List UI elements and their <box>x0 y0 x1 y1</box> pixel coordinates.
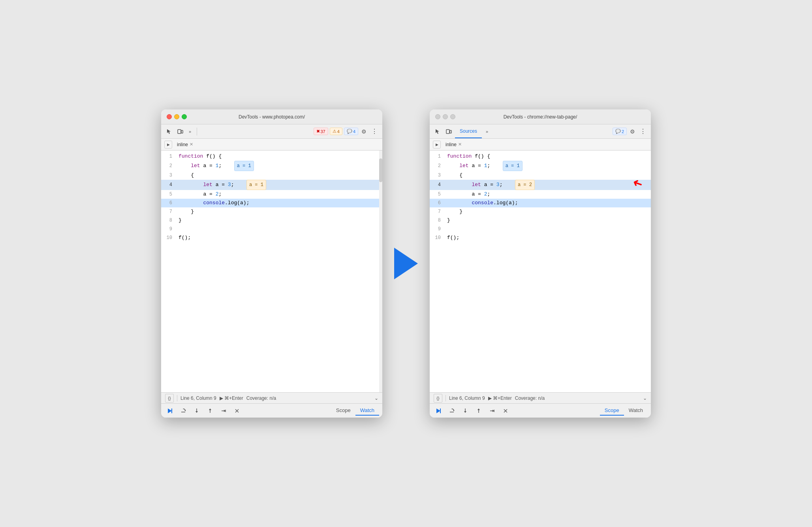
left-file-tab-close[interactable]: ✕ <box>190 142 193 147</box>
right-step-into-button[interactable] <box>460 405 471 416</box>
right-debug-toolbar: Scope Watch <box>430 403 651 418</box>
right-line-num-8: 8 <box>430 216 445 225</box>
right-run-snippet-button[interactable]: ▶ <box>433 141 441 149</box>
left-scope-tab[interactable]: Scope <box>331 406 355 416</box>
left-line-content-5: a = 2; <box>177 190 382 199</box>
step-out-button[interactable] <box>205 405 216 416</box>
left-devtools-toolbar: » ✖ 37 ⚠ 4 💬 4 ⚙ ⋮ <box>161 124 382 139</box>
right-status-chevron[interactable]: ⌄ <box>643 395 647 401</box>
right-line-content-7: } <box>445 207 651 216</box>
right-format-button[interactable]: {} <box>434 394 442 403</box>
warning-badge[interactable]: ⚠ 4 <box>330 128 342 135</box>
right-step-button[interactable] <box>487 405 498 416</box>
right-close-button[interactable] <box>435 114 440 119</box>
more-options-icon[interactable]: ⋮ <box>370 126 379 137</box>
right-debug-tab-group: Scope Watch <box>600 406 648 416</box>
error-badge[interactable]: ✖ 37 <box>314 128 328 135</box>
right-file-tab-close[interactable]: ✕ <box>458 142 462 147</box>
left-line-content-1: function f() { <box>177 152 382 161</box>
svg-marker-19 <box>453 410 455 411</box>
right-devtools-toolbar: Sources » 💬 2 ⚙ ⋮ <box>430 124 651 139</box>
left-scrollbar-thumb[interactable] <box>379 158 382 182</box>
format-button[interactable]: {} <box>165 394 174 403</box>
right-line-content-5: a = 2; <box>445 190 651 199</box>
right-line-1: 1 function f() { <box>430 152 651 161</box>
left-code-area-wrapper: 1 function f() { 2 let a = 1; a = 1 3 { <box>161 151 382 392</box>
page-container: DevTools - www.photopea.com/ » ✖ 37 <box>161 109 651 418</box>
status-chevron[interactable]: ⌄ <box>374 395 378 401</box>
right-line-num-1: 1 <box>430 152 445 161</box>
minimize-button[interactable] <box>174 114 179 119</box>
right-line-7: 7 } <box>430 207 651 216</box>
right-messages-icon: 💬 <box>615 129 621 134</box>
warning-icon: ⚠ <box>333 129 336 134</box>
left-line-8: 8 } <box>161 216 382 225</box>
left-line-content-2: let a = 1; a = 1 <box>177 161 382 171</box>
left-line-num-7: 7 <box>161 207 177 216</box>
left-code-editor[interactable]: 1 function f() { 2 let a = 1; a = 1 3 { <box>161 151 382 392</box>
device-icon[interactable] <box>175 127 185 136</box>
right-window-title: DevTools - chrome://new-tab-page/ <box>504 114 577 120</box>
right-resume-button[interactable] <box>433 405 444 416</box>
left-line-content-3: { <box>177 171 382 180</box>
right-status-bar: {} Line 6, Column 9 ▶ ⌘+Enter Coverage: … <box>430 392 651 403</box>
right-line-2: 2 let a = 1; a = 1 <box>430 161 651 171</box>
deactivate-button[interactable] <box>231 405 242 416</box>
resume-button[interactable] <box>164 405 175 416</box>
toolbar-badges: ✖ 37 ⚠ 4 💬 4 <box>314 128 359 135</box>
right-deactivate-button[interactable] <box>500 405 511 416</box>
right-maximize-button[interactable] <box>450 114 455 119</box>
right-line-num-10: 10 <box>430 233 445 242</box>
right-file-tab-inline[interactable]: inline ✕ <box>442 141 465 148</box>
left-code-lines: 1 function f() { 2 let a = 1; a = 1 3 { <box>161 151 382 244</box>
left-window-title: DevTools - www.photopea.com/ <box>239 114 305 120</box>
right-code-editor[interactable]: 1 function f() { 2 let a = 1; a = 1 3 { <box>430 151 651 392</box>
svg-rect-3 <box>171 408 172 413</box>
right-device-icon[interactable] <box>444 127 453 136</box>
left-line-10: 10 f(); <box>161 233 382 242</box>
info-badge[interactable]: 💬 4 <box>344 128 358 135</box>
svg-marker-2 <box>168 408 172 413</box>
left-line-content-10: f(); <box>177 233 382 242</box>
right-line-num-6: 6 <box>430 199 445 207</box>
run-snippet-button[interactable]: ▶ <box>164 141 172 149</box>
right-step-over-button[interactable] <box>446 405 457 416</box>
left-file-tab-inline[interactable]: inline ✕ <box>174 141 196 148</box>
left-file-tab-bar: ▶ inline ✕ <box>161 139 382 151</box>
right-toolbar-badges: 💬 2 <box>613 128 627 135</box>
left-scrollbar-track[interactable] <box>379 151 382 392</box>
left-line-num-9: 9 <box>161 225 177 233</box>
right-scope-tab[interactable]: Scope <box>600 406 624 416</box>
maximize-button[interactable] <box>182 114 187 119</box>
right-traffic-lights <box>435 114 455 119</box>
toolbar-separator-1 <box>197 128 197 136</box>
traffic-lights <box>167 114 187 119</box>
right-file-tab-label: inline <box>445 142 457 147</box>
left-line-num-2: 2 <box>161 161 177 171</box>
right-messages-badge[interactable]: 💬 2 <box>613 128 627 135</box>
left-line-content-7: } <box>177 207 382 216</box>
step-button[interactable] <box>218 405 229 416</box>
left-line-content-4: let a = 3; a = 1 <box>177 180 382 190</box>
right-step-out-button[interactable] <box>473 405 484 416</box>
step-over-button[interactable] <box>178 405 189 416</box>
right-settings-icon[interactable]: ⚙ <box>628 127 637 136</box>
svg-rect-15 <box>446 130 449 134</box>
right-cursor-icon[interactable] <box>433 127 442 136</box>
left-watch-tab[interactable]: Watch <box>355 406 379 416</box>
right-messages-count: 2 <box>622 129 624 134</box>
right-watch-tab[interactable]: Watch <box>624 406 648 416</box>
right-sources-tab[interactable]: Sources <box>455 124 482 138</box>
left-run-hint: ▶ ⌘+Enter <box>220 395 243 401</box>
settings-icon[interactable]: ⚙ <box>360 127 368 136</box>
right-more-options-icon[interactable]: ⋮ <box>638 126 648 137</box>
status-sep-1 <box>177 395 177 401</box>
close-button[interactable] <box>167 114 172 119</box>
svg-marker-22 <box>464 411 466 413</box>
more-tabs-button[interactable]: » <box>186 128 194 135</box>
cursor-icon[interactable] <box>164 127 174 136</box>
right-minimize-button[interactable] <box>443 114 448 119</box>
right-more-tabs-button[interactable]: » <box>483 128 491 135</box>
left-file-tab-label: inline <box>177 142 188 147</box>
step-into-button[interactable] <box>191 405 202 416</box>
